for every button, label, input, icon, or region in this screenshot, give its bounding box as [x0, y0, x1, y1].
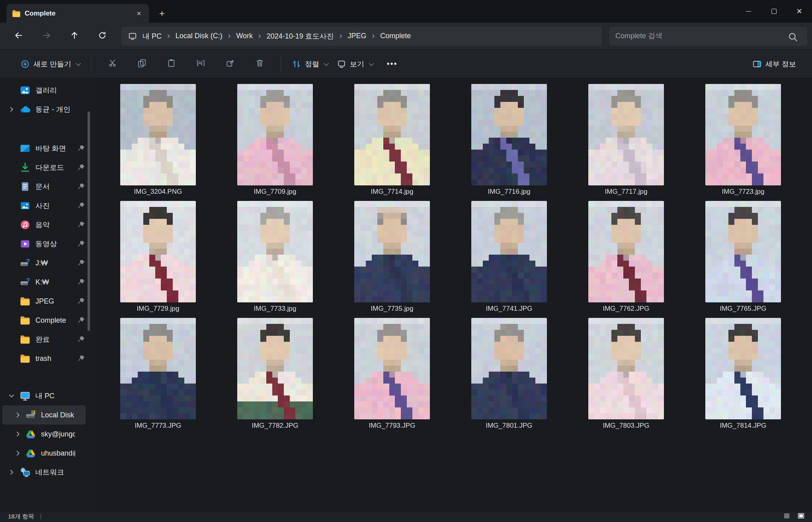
file-item[interactable]: IMG_7773.JPG: [110, 318, 206, 431]
sidebar-item-문서[interactable]: 문서: [2, 177, 86, 196]
file-thumbnail: [120, 84, 196, 185]
sidebar-item-바탕-화면[interactable]: 바탕 화면: [2, 139, 86, 158]
sidebar-item-jpeg[interactable]: JPEG: [2, 292, 86, 311]
view-button[interactable]: 보기: [332, 56, 377, 72]
file-thumbnail: [588, 318, 664, 419]
sidebar-item-갤러리[interactable]: 갤러리: [2, 81, 86, 100]
breadcrumb-item[interactable]: Complete: [376, 30, 415, 42]
file-item[interactable]: IMG_7801.JPG: [461, 318, 557, 431]
share-button[interactable]: [221, 55, 239, 73]
back-button[interactable]: [10, 27, 28, 45]
new-tab-button[interactable]: +: [154, 6, 170, 21]
pin-icon: [78, 278, 86, 286]
breadcrumb-separator: ›: [371, 31, 377, 40]
sidebar-item-사진[interactable]: 사진: [2, 196, 86, 215]
pin-icon: [78, 335, 86, 343]
tab-title: Complete: [25, 10, 55, 18]
file-item[interactable]: IMG_7709.jpg: [227, 84, 323, 197]
breadcrumb-item[interactable]: Work: [232, 30, 257, 42]
pin-icon: [78, 354, 86, 362]
sidebar-item-j-[interactable]: ? J:₩: [2, 253, 86, 273]
gdrive-icon: [25, 429, 36, 439]
file-item[interactable]: IMG_7741.JPG: [461, 201, 557, 314]
details-pane-button[interactable]: 세부 정보: [748, 56, 801, 72]
file-name: IMG_7714.jpg: [371, 188, 414, 196]
forward-icon: [42, 31, 51, 41]
tab-complete[interactable]: Complete ×: [6, 4, 149, 23]
file-item[interactable]: IMG_7717.jpg: [578, 84, 674, 197]
breadcrumb-item[interactable]: JPEG: [344, 30, 370, 42]
file-item[interactable]: IMG_3204.PNG: [110, 84, 206, 197]
file-item[interactable]: IMG_7723.jpg: [695, 84, 791, 197]
rename-button[interactable]: A: [191, 55, 210, 73]
thumbnail-view-toggle[interactable]: [795, 512, 806, 522]
details-view-toggle[interactable]: [781, 512, 792, 522]
sort-button[interactable]: 정렬: [287, 56, 332, 72]
drive-question-icon: ?: [20, 258, 30, 268]
sidebar-item-동영상[interactable]: 동영상: [2, 234, 86, 253]
file-item[interactable]: IMG_7733.jpg: [227, 201, 323, 314]
sidebar-item-uhusband-gn[interactable]: uhusband@gn: [2, 444, 86, 463]
pictures-icon: [20, 201, 30, 211]
sidebar-scrollbar[interactable]: [88, 111, 90, 331]
up-button[interactable]: [65, 27, 84, 45]
forward-button[interactable]: [37, 27, 56, 45]
file-item[interactable]: IMG_7714.jpg: [344, 84, 440, 197]
file-item[interactable]: IMG_7716.jpg: [461, 84, 557, 197]
tab-close-icon[interactable]: ×: [133, 8, 145, 19]
sidebar-item-내-pc[interactable]: 내 PC: [2, 386, 86, 405]
sidebar-item-완료[interactable]: 완료: [2, 330, 86, 349]
search-box[interactable]: [609, 27, 807, 46]
file-item[interactable]: IMG_7803.JPG: [578, 318, 674, 431]
file-item[interactable]: IMG_7762.JPG: [578, 201, 674, 314]
sidebar-item-음악[interactable]: 음악: [2, 215, 86, 234]
sidebar-item-네트워크[interactable]: 네트워크: [2, 463, 86, 482]
maximize-button[interactable]: [761, 0, 787, 23]
rename-icon: A: [197, 59, 205, 69]
sidebar-item-다운로드[interactable]: 다운로드: [2, 158, 86, 177]
file-item[interactable]: IMG_7735.jpg: [344, 201, 440, 314]
search-input[interactable]: [615, 31, 788, 41]
file-item[interactable]: IMG_7765.JPG: [695, 201, 791, 314]
details-label: 세부 정보: [765, 59, 796, 69]
breadcrumb-separator: ›: [338, 31, 344, 40]
delete-button[interactable]: [250, 55, 269, 73]
chevron-right-icon[interactable]: [14, 411, 21, 419]
view-label: 보기: [350, 59, 364, 69]
paste-button[interactable]: [162, 55, 180, 73]
desktop-icon: [20, 143, 30, 154]
copy-button[interactable]: [133, 55, 151, 73]
sidebar-item-k-[interactable]: ? K:₩: [2, 273, 86, 292]
chevron-down-icon[interactable]: [8, 392, 15, 399]
address-bar[interactable]: 내 PC›Local Disk (C:)›Work›2024-10-19 효도사…: [121, 27, 602, 46]
download-icon: [20, 162, 30, 173]
breadcrumb-item[interactable]: 내 PC: [139, 29, 166, 43]
file-item[interactable]: IMG_7814.JPG: [695, 318, 791, 431]
breadcrumb-item[interactable]: Local Disk (C:): [172, 30, 226, 42]
sidebar-item-local-disk-c-[interactable]: Local Disk (C:): [2, 405, 86, 425]
close-button[interactable]: ×: [787, 0, 812, 23]
chevron-down-icon: [76, 61, 81, 66]
file-item[interactable]: IMG_7729.jpg: [110, 201, 206, 314]
sidebar-item-동균-개인[interactable]: 동균 - 개인: [2, 100, 86, 119]
breadcrumb-item[interactable]: 2024-10-19 효도사진: [263, 29, 338, 43]
chevron-right-icon[interactable]: [8, 469, 15, 476]
chevron-right-icon[interactable]: [14, 430, 21, 438]
window-controls: ×: [736, 0, 812, 23]
file-item[interactable]: IMG_7793.JPG: [344, 318, 440, 431]
statusbar-separator: [41, 514, 41, 520]
chevron-right-icon[interactable]: [8, 106, 15, 113]
sidebar-item-sky-jungdam[interactable]: sky@jungdam: [2, 425, 86, 444]
minimize-button[interactable]: [736, 0, 761, 23]
file-item[interactable]: IMG_7782.JPG: [227, 318, 323, 431]
cut-button[interactable]: [103, 55, 121, 73]
sidebar-item-trash[interactable]: trash: [2, 349, 86, 368]
more-button[interactable]: •••: [383, 55, 401, 73]
new-button[interactable]: 새로 만들기: [16, 56, 84, 72]
chevron-right-icon[interactable]: [14, 450, 21, 457]
sidebar-item-complete[interactable]: Complete: [2, 311, 86, 330]
sidebar-item-label: 다운로드: [35, 163, 75, 172]
refresh-button[interactable]: [93, 27, 111, 45]
pin-icon: [78, 202, 86, 210]
file-name: IMG_7716.jpg: [488, 188, 531, 196]
